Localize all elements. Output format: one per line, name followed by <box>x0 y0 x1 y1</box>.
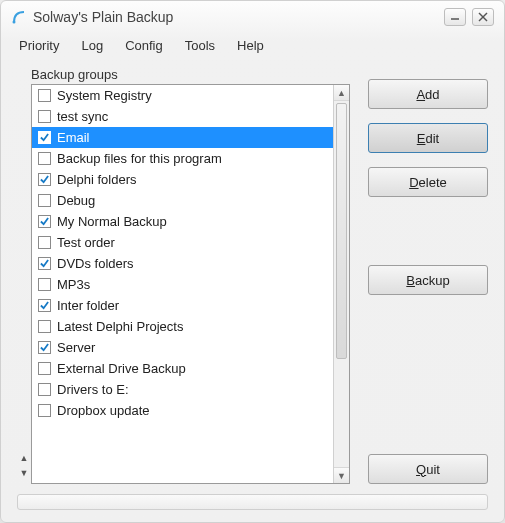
checkbox[interactable] <box>38 215 51 228</box>
list-item-label: Latest Delphi Projects <box>57 319 183 334</box>
minimize-button[interactable] <box>444 8 466 26</box>
list-item[interactable]: Delphi folders <box>32 169 333 190</box>
move-down-button[interactable]: ▼ <box>17 469 31 478</box>
list-item[interactable]: My Normal Backup <box>32 211 333 232</box>
scroll-down-button[interactable]: ▼ <box>334 467 349 483</box>
checkbox[interactable] <box>38 362 51 375</box>
menu-priority[interactable]: Priority <box>9 35 69 56</box>
list-item-label: test sync <box>57 109 108 124</box>
delete-button[interactable]: Delete <box>368 167 488 197</box>
checkbox[interactable] <box>38 404 51 417</box>
list-item[interactable]: MP3s <box>32 274 333 295</box>
menu-help[interactable]: Help <box>227 35 274 56</box>
list-item[interactable]: Drivers to E: <box>32 379 333 400</box>
window-title: Solway's Plain Backup <box>33 9 173 25</box>
list-item-label: Email <box>57 130 90 145</box>
move-up-button[interactable]: ▲ <box>17 454 31 463</box>
list-item-label: MP3s <box>57 277 90 292</box>
list-item-label: Dropbox update <box>57 403 150 418</box>
list-item[interactable]: Backup files for this program <box>32 148 333 169</box>
list-item-label: Test order <box>57 235 115 250</box>
list-item[interactable]: Debug <box>32 190 333 211</box>
list-item-label: Backup files for this program <box>57 151 222 166</box>
list-item[interactable]: Inter folder <box>32 295 333 316</box>
backup-button[interactable]: Backup <box>368 265 488 295</box>
menubar: Priority Log Config Tools Help <box>1 33 504 57</box>
menu-log[interactable]: Log <box>71 35 113 56</box>
list-item-label: Delphi folders <box>57 172 137 187</box>
titlebar: Solway's Plain Backup <box>1 1 504 33</box>
menu-tools[interactable]: Tools <box>175 35 225 56</box>
list-item[interactable]: DVDs folders <box>32 253 333 274</box>
list-item-label: DVDs folders <box>57 256 134 271</box>
list-item[interactable]: test sync <box>32 106 333 127</box>
add-button[interactable]: Add <box>368 79 488 109</box>
menu-config[interactable]: Config <box>115 35 173 56</box>
list-item[interactable]: Latest Delphi Projects <box>32 316 333 337</box>
checkbox[interactable] <box>38 278 51 291</box>
list-item[interactable]: System Registry <box>32 85 333 106</box>
backup-groups-label: Backup groups <box>17 67 350 82</box>
checkbox[interactable] <box>38 299 51 312</box>
list-item-label: Drivers to E: <box>57 382 129 397</box>
client-area: Backup groups ▲ ▼ System Registrytest sy… <box>1 57 504 522</box>
checkbox[interactable] <box>38 257 51 270</box>
svg-point-0 <box>13 21 16 24</box>
checkbox[interactable] <box>38 194 51 207</box>
checkbox[interactable] <box>38 131 51 144</box>
list-item[interactable]: Email <box>32 127 333 148</box>
checkbox[interactable] <box>38 236 51 249</box>
list-item-label: Inter folder <box>57 298 119 313</box>
scrollbar[interactable]: ▲ ▼ <box>333 85 349 483</box>
checkbox[interactable] <box>38 320 51 333</box>
backup-groups-listbox[interactable]: System Registrytest syncEmailBackup file… <box>31 84 350 484</box>
list-item-label: External Drive Backup <box>57 361 186 376</box>
list-item[interactable]: Server <box>32 337 333 358</box>
list-item-label: System Registry <box>57 88 152 103</box>
list-item-label: Debug <box>57 193 95 208</box>
app-window: Solway's Plain Backup Priority Log Confi… <box>0 0 505 523</box>
checkbox[interactable] <box>38 152 51 165</box>
checkbox[interactable] <box>38 89 51 102</box>
scroll-track[interactable] <box>334 101 349 467</box>
checkbox[interactable] <box>38 173 51 186</box>
scroll-thumb[interactable] <box>336 103 347 359</box>
list-item[interactable]: Test order <box>32 232 333 253</box>
app-icon <box>11 9 27 25</box>
list-item-label: Server <box>57 340 95 355</box>
quit-button[interactable]: Quit <box>368 454 488 484</box>
statusbar <box>17 494 488 510</box>
checkbox[interactable] <box>38 110 51 123</box>
list-item[interactable]: External Drive Backup <box>32 358 333 379</box>
checkbox[interactable] <box>38 383 51 396</box>
checkbox[interactable] <box>38 341 51 354</box>
list-item-label: My Normal Backup <box>57 214 167 229</box>
list-item[interactable]: Dropbox update <box>32 400 333 421</box>
edit-button[interactable]: Edit <box>368 123 488 153</box>
close-button[interactable] <box>472 8 494 26</box>
scroll-up-button[interactable]: ▲ <box>334 85 349 101</box>
